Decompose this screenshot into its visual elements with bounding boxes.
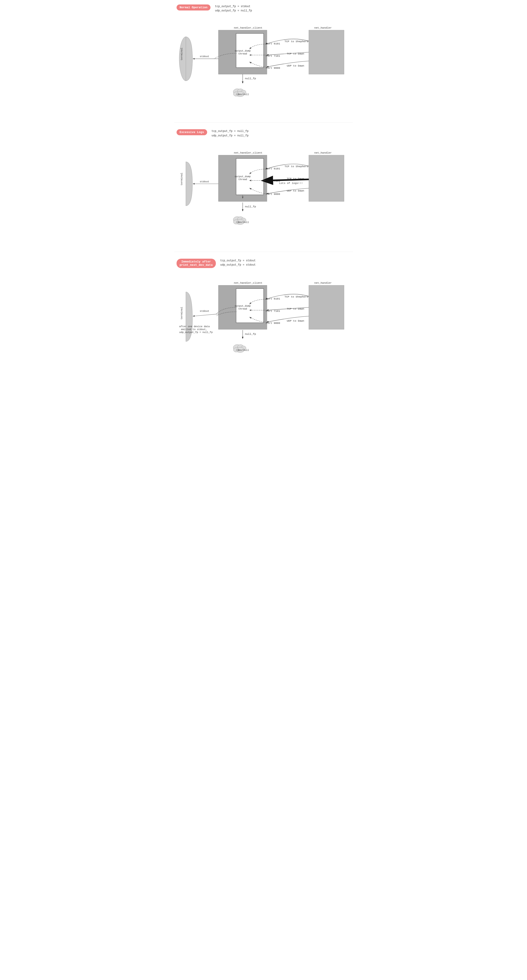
- svg-text:UDP to Dawn: UDP to Dawn: [287, 189, 304, 192]
- svg-rect-26: [236, 159, 263, 195]
- svg-text:thread: thread: [238, 307, 247, 310]
- svg-text:TCP to Shepherd: TCP to Shepherd: [284, 40, 308, 43]
- svg-point-47: [233, 220, 239, 224]
- svg-text:TCP to Dawn: TCP to Dawn: [287, 307, 304, 310]
- svg-text:TCP to Dawn: TCP to Dawn: [287, 177, 304, 180]
- svg-point-19: [233, 89, 241, 95]
- svg-immediately: Port 6101 Port 7101 Port 9000 TCP to She…: [179, 272, 351, 377]
- svg-text:/dev/null: /dev/null: [236, 93, 249, 96]
- svg-text:stdout: stdout: [199, 180, 209, 183]
- svg-text:/dev/null: /dev/null: [236, 221, 249, 224]
- svg-text:emitted to stdout,: emitted to stdout,: [181, 328, 207, 331]
- badge-immediately-after: Immediately after print_next_dev_data: [177, 259, 216, 268]
- config-excessive: tcp_output_fp = null_fp udp_output_fp = …: [212, 129, 248, 138]
- svg-rect-1: [186, 37, 193, 81]
- svg-text:terminal: terminal: [180, 172, 183, 185]
- svg-text:UDP to Dawn: UDP to Dawn: [287, 64, 304, 67]
- svg-text:Port 6101: Port 6101: [266, 42, 280, 46]
- svg-point-73: [233, 347, 239, 352]
- svg-point-44: [237, 216, 244, 222]
- svg-normal: Port 6101 Port 7101 Port 9000 TCP to She…: [179, 18, 351, 113]
- section-header-normal: Normal Operation tcp_output_fp = stdout …: [177, 5, 351, 13]
- svg-text:Port 9000: Port 9000: [266, 321, 280, 325]
- svg-point-43: [233, 216, 241, 223]
- svg-text:null_fp: null_fp: [245, 77, 256, 80]
- diagram-excessive: Port 6101 Port 7101 Port 9000 TCP to She…: [179, 142, 351, 243]
- diagram-normal: Port 6101 Port 7101 Port 9000 TCP to She…: [179, 18, 351, 113]
- svg-rect-51: [309, 285, 344, 329]
- svg-rect-25: [218, 155, 267, 201]
- svg-text:terminal: terminal: [180, 307, 183, 320]
- svg-text:Port 9000: Port 9000: [266, 192, 280, 196]
- svg-point-72: [236, 347, 244, 352]
- svg-point-45: [240, 218, 246, 222]
- section-excessive-logs: Excessive Logs tcp_output_fp = null_fp u…: [174, 125, 353, 249]
- svg-text:Port 6101: Port 6101: [266, 167, 280, 170]
- svg-text:Port 9000: Port 9000: [266, 67, 280, 70]
- config-normal: tcp_output_fp = stdout udp_output_fp = n…: [215, 5, 252, 13]
- svg-point-0: [179, 37, 192, 81]
- svg-point-70: [237, 345, 244, 350]
- section-header-immediately: Immediately after print_next_dev_data tc…: [177, 259, 351, 268]
- svg-text:Port 7101: Port 7101: [266, 54, 280, 57]
- svg-point-71: [240, 346, 246, 350]
- svg-text:Lots of logs!!!: Lots of logs!!!: [279, 181, 303, 185]
- svg-text:net_handler_client: net_handler_client: [234, 27, 262, 30]
- svg-text:null_fp: null_fp: [245, 205, 256, 208]
- svg-text:stdout: stdout: [199, 310, 209, 313]
- svg-text:UDP to Dawn: UDP to Dawn: [287, 320, 304, 323]
- section-immediately-after: Immediately after print_next_dev_data tc…: [174, 254, 353, 384]
- section-header-excessive: Excessive Logs tcp_output_fp = null_fp u…: [177, 129, 351, 138]
- diagram-immediately: Port 6101 Port 7101 Port 9000 TCP to She…: [179, 272, 351, 377]
- svg-rect-4: [309, 30, 344, 74]
- svg-text:Port 6101: Port 6101: [266, 297, 280, 301]
- svg-text:output_dump: output_dump: [235, 305, 251, 307]
- svg-text:thread: thread: [238, 178, 247, 181]
- svg-rect-50: [236, 289, 263, 323]
- svg-text:/dev/null: /dev/null: [236, 349, 249, 352]
- svg-text:net_handler: net_handler: [314, 27, 332, 30]
- svg-text:thread: thread: [238, 52, 247, 55]
- svg-text:net_handler_client: net_handler_client: [234, 282, 262, 285]
- svg-rect-3: [236, 33, 263, 68]
- svg-point-46: [236, 219, 244, 224]
- svg-text:net_handler: net_handler: [314, 151, 332, 154]
- svg-point-22: [236, 92, 244, 97]
- svg-text:net_handler_client: net_handler_client: [234, 151, 262, 154]
- divider-1: [174, 122, 353, 123]
- svg-rect-27: [309, 155, 344, 201]
- svg-text:TCP to Dawn: TCP to Dawn: [287, 52, 304, 55]
- svg-text:stdout: stdout: [199, 55, 209, 58]
- svg-rect-2: [218, 30, 267, 74]
- svg-text:null_fp: null_fp: [245, 332, 256, 336]
- svg-text:Port 7101: Port 7101: [266, 310, 280, 313]
- svg-text:output_dump: output_dump: [235, 49, 251, 52]
- config-immediately: tcp_output_fp = stdout udp_output_fp = s…: [220, 259, 256, 267]
- badge-excessive-logs: Excessive Logs: [177, 129, 207, 135]
- badge-normal-operation: Normal Operation: [177, 5, 211, 11]
- svg-text:net_handler: net_handler: [314, 282, 332, 285]
- svg-rect-49: [218, 285, 267, 329]
- svg-point-23: [233, 92, 239, 96]
- svg-point-21: [240, 90, 246, 95]
- svg-text:after one device data: after one device data: [179, 325, 210, 328]
- svg-point-69: [233, 345, 241, 351]
- section-normal-operation: Normal Operation tcp_output_fp = stdout …: [174, 0, 353, 120]
- svg-text:udp_output_fp = null_fp: udp_output_fp = null_fp: [179, 331, 212, 333]
- svg-point-20: [237, 89, 244, 94]
- svg-excessive: Port 6101 Port 7101 Port 9000 TCP to She…: [179, 142, 351, 243]
- svg-text:Port 7101: Port 7101: [266, 179, 280, 182]
- svg-text:TCP to Shepherd: TCP to Shepherd: [284, 165, 308, 168]
- svg-text:TCP to Shepherd: TCP to Shepherd: [284, 295, 308, 298]
- svg-text:terminal: terminal: [180, 48, 183, 60]
- svg-text:output_dump: output_dump: [235, 175, 251, 178]
